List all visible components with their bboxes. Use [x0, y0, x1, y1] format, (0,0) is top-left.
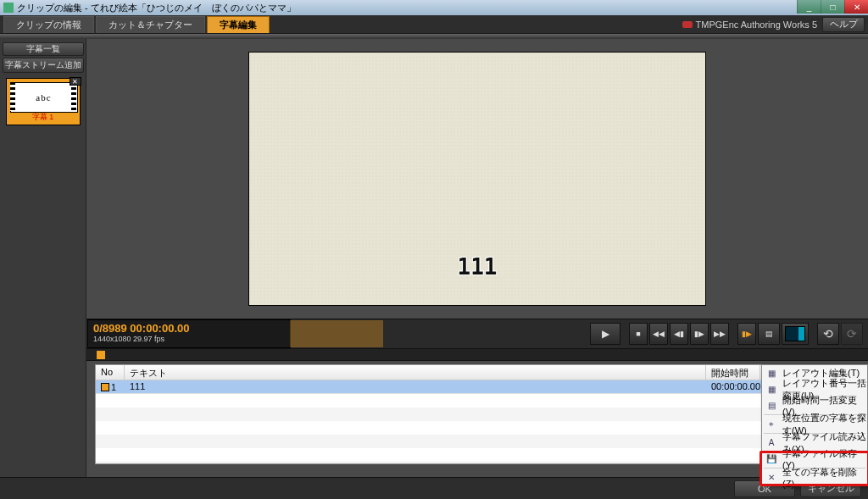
undo-button[interactable]: ⟲ — [817, 323, 839, 345]
tab-clip-info[interactable]: クリップの情報 — [3, 16, 94, 33]
footer: OK キャンセル — [0, 477, 868, 499]
minimize-button[interactable]: _ — [797, 0, 821, 14]
timecode-box: 0/8989 00:00:00.00 1440x1080 29.97 fps — [87, 319, 291, 348]
thumb-abc: abc — [10, 82, 78, 113]
preview-area: 111 — [86, 39, 868, 319]
context-menu: ▦レイアウト編集(T) ▦レイアウト番号一括変更(U) ▤開始時間一括変更(V)… — [761, 364, 868, 486]
delete-icon: ✕ — [765, 472, 777, 484]
top-tabbar: クリップの情報 カット＆チャプター 字幕編集 TMPGEnc Authoring… — [0, 15, 868, 34]
subtitle-overlay: 111 — [458, 254, 498, 280]
help-button[interactable]: ヘルプ — [822, 17, 865, 32]
add-subtitle-stream-button[interactable]: 字幕ストリーム追加 — [3, 58, 84, 73]
thumb-button[interactable]: ▤ — [758, 323, 780, 345]
tab-subtitle-edit[interactable]: 字幕編集 — [207, 16, 270, 33]
timecode-sub: 1440x1080 29.97 fps — [93, 335, 285, 343]
grid-icon: ▦ — [765, 384, 777, 396]
menu-delete-all[interactable]: ✕全ての字幕を削除(Z) — [762, 469, 867, 485]
list-icon: ▤ — [765, 400, 777, 412]
next-button[interactable]: ▮▶ — [690, 323, 709, 345]
menu-save-subtitle-file[interactable]: 💾字幕ファイル保存(Y) — [762, 451, 867, 467]
col-text[interactable]: テキスト — [125, 365, 706, 380]
thumb-close-icon[interactable]: ✕ — [70, 77, 81, 86]
col-start[interactable]: 開始時間 — [706, 365, 760, 380]
row-check-icon[interactable] — [101, 383, 109, 391]
table-row[interactable]: 1 111 00:00:00.00 00:00:05.00 — [96, 380, 862, 394]
subtitle-table: No テキスト 開始時間 終了時間 1 111 00:00:00.00 00:0… — [95, 364, 863, 464]
sidebar-header: 字幕一覧 — [3, 42, 84, 56]
grid-icon: ▦ — [765, 368, 777, 380]
transport-bar: 0/8989 00:00:00.00 1440x1080 29.97 fps ▶… — [86, 319, 868, 349]
window-title: クリップの編集 - てれび絵本「ひつじのメイ ぼくのパパとママ」 — [17, 2, 296, 14]
brand-label: TMPGEnc Authoring Works 5 — [682, 19, 817, 30]
seek-marker[interactable] — [97, 351, 105, 359]
maximize-button[interactable]: □ — [821, 0, 844, 14]
play-button[interactable]: ▶ — [590, 323, 620, 345]
titlebar: クリップの編集 - てれび絵本「ひつじのメイ ぼくのパパとママ」 _ □ ✕ — [0, 0, 868, 15]
seek-bar[interactable] — [86, 349, 868, 361]
video-canvas: 111 — [248, 52, 706, 306]
subtitle-stream-thumb[interactable]: abc 字幕 1 ✕ — [6, 78, 81, 125]
app-icon — [3, 3, 14, 13]
target-icon: ⌖ — [765, 419, 777, 430]
thumb-label: 字幕 1 — [7, 112, 80, 123]
save-icon: 💾 — [765, 453, 777, 465]
next-fast-button[interactable]: ▶▶ — [710, 323, 729, 345]
close-button[interactable]: ✕ — [844, 0, 868, 14]
subtitle-table-area: No テキスト 開始時間 終了時間 1 111 00:00:00.00 00:0… — [86, 361, 868, 477]
audio-meter[interactable] — [782, 323, 809, 345]
stop-button[interactable]: ■ — [629, 323, 648, 345]
file-a-icon: A — [765, 437, 777, 449]
col-no[interactable]: No — [96, 365, 125, 380]
marker-button[interactable]: ▮▶ — [737, 323, 756, 345]
prev-fast-button[interactable]: ◀◀ — [649, 323, 668, 345]
prev-button[interactable]: ◀▮ — [670, 323, 688, 345]
sidebar: 字幕一覧 字幕ストリーム追加 abc 字幕 1 ✕ — [0, 39, 86, 477]
redo-button[interactable]: ⟳ — [841, 323, 863, 345]
tab-cut-chapter[interactable]: カット＆チャプター — [96, 16, 205, 33]
timecode-main: 0/8989 00:00:00.00 — [93, 322, 285, 335]
